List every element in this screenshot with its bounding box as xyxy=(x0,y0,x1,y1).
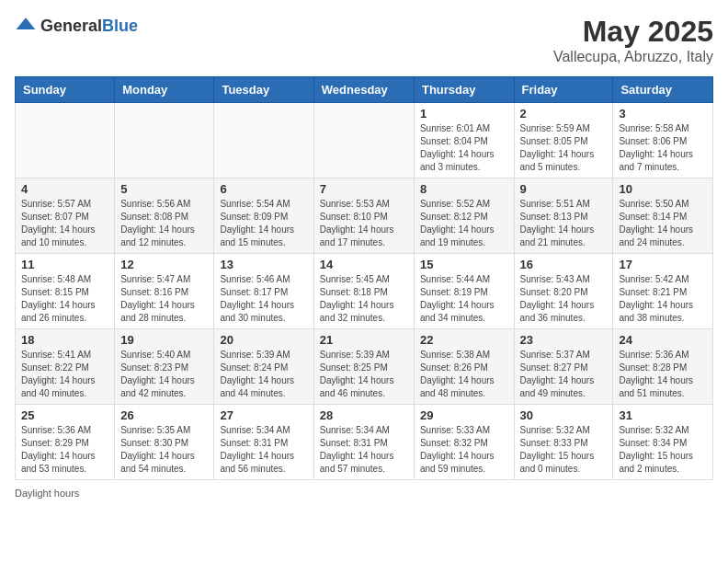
day-info: Sunrise: 5:34 AM Sunset: 8:31 PM Dayligh… xyxy=(220,424,307,476)
calendar-week-2: 4Sunrise: 5:57 AM Sunset: 8:07 PM Daylig… xyxy=(16,178,713,254)
day-number: 30 xyxy=(520,408,608,422)
logo-icon xyxy=(15,15,37,37)
day-info: Sunrise: 5:59 AM Sunset: 8:05 PM Dayligh… xyxy=(520,122,608,174)
day-number: 6 xyxy=(220,182,307,196)
title-area: May 2025 Vallecupa, Abruzzo, Italy xyxy=(553,15,713,65)
day-info: Sunrise: 5:53 AM Sunset: 8:10 PM Dayligh… xyxy=(320,198,408,249)
day-info: Sunrise: 5:50 AM Sunset: 8:14 PM Dayligh… xyxy=(619,198,707,249)
location-title: Vallecupa, Abruzzo, Italy xyxy=(553,49,713,65)
day-number: 9 xyxy=(520,182,608,196)
day-number: 28 xyxy=(320,408,408,422)
day-info: Sunrise: 5:39 AM Sunset: 8:25 PM Dayligh… xyxy=(320,349,408,400)
day-number: 22 xyxy=(420,333,508,347)
day-info: Sunrise: 5:41 AM Sunset: 8:22 PM Dayligh… xyxy=(21,349,108,400)
calendar-week-1: 1Sunrise: 6:01 AM Sunset: 8:04 PM Daylig… xyxy=(16,103,713,178)
day-info: Sunrise: 5:33 AM Sunset: 8:32 PM Dayligh… xyxy=(420,424,508,476)
month-title: May 2025 xyxy=(553,15,713,49)
day-number: 10 xyxy=(619,182,707,196)
calendar-cell: 7Sunrise: 5:53 AM Sunset: 8:10 PM Daylig… xyxy=(313,178,414,254)
footer-note: Daylight hours xyxy=(15,488,713,499)
logo-blue: Blue xyxy=(102,17,138,35)
calendar-cell: 23Sunrise: 5:37 AM Sunset: 8:27 PM Dayli… xyxy=(514,329,613,405)
calendar-week-3: 11Sunrise: 5:48 AM Sunset: 8:15 PM Dayli… xyxy=(16,254,713,329)
day-number: 2 xyxy=(520,107,608,121)
day-number: 31 xyxy=(619,408,707,422)
calendar-cell: 10Sunrise: 5:50 AM Sunset: 8:14 PM Dayli… xyxy=(613,178,713,254)
calendar-cell: 14Sunrise: 5:45 AM Sunset: 8:18 PM Dayli… xyxy=(313,254,414,329)
calendar-cell: 15Sunrise: 5:44 AM Sunset: 8:19 PM Dayli… xyxy=(414,254,514,329)
col-header-sunday: Sunday xyxy=(16,77,115,103)
day-number: 14 xyxy=(320,258,408,271)
day-number: 27 xyxy=(220,408,307,422)
header: GeneralBlue May 2025 Vallecupa, Abruzzo,… xyxy=(15,15,713,65)
day-number: 20 xyxy=(220,333,307,347)
calendar-cell: 28Sunrise: 5:34 AM Sunset: 8:31 PM Dayli… xyxy=(313,405,414,480)
day-number: 16 xyxy=(520,258,608,271)
logo-text: GeneralBlue xyxy=(40,17,138,36)
calendar-cell: 16Sunrise: 5:43 AM Sunset: 8:20 PM Dayli… xyxy=(514,254,613,329)
col-header-wednesday: Wednesday xyxy=(313,77,414,103)
calendar-cell: 3Sunrise: 5:58 AM Sunset: 8:06 PM Daylig… xyxy=(613,103,713,178)
day-number: 11 xyxy=(21,258,108,271)
logo: GeneralBlue xyxy=(15,15,138,37)
col-header-tuesday: Tuesday xyxy=(214,77,313,103)
day-number: 24 xyxy=(619,333,707,347)
day-info: Sunrise: 5:43 AM Sunset: 8:20 PM Dayligh… xyxy=(520,273,608,325)
day-info: Sunrise: 5:35 AM Sunset: 8:30 PM Dayligh… xyxy=(120,424,208,476)
day-number: 21 xyxy=(320,333,408,347)
day-number: 29 xyxy=(420,408,508,422)
svg-marker-0 xyxy=(17,17,36,29)
day-info: Sunrise: 5:46 AM Sunset: 8:17 PM Dayligh… xyxy=(220,273,307,325)
calendar-cell: 22Sunrise: 5:38 AM Sunset: 8:26 PM Dayli… xyxy=(414,329,514,405)
day-number: 23 xyxy=(520,333,608,347)
calendar-cell: 6Sunrise: 5:54 AM Sunset: 8:09 PM Daylig… xyxy=(214,178,313,254)
calendar-cell: 30Sunrise: 5:32 AM Sunset: 8:33 PM Dayli… xyxy=(514,405,613,480)
calendar-cell: 20Sunrise: 5:39 AM Sunset: 8:24 PM Dayli… xyxy=(214,329,313,405)
calendar-cell: 12Sunrise: 5:47 AM Sunset: 8:16 PM Dayli… xyxy=(115,254,214,329)
day-number: 12 xyxy=(120,258,208,271)
day-number: 19 xyxy=(120,333,208,347)
day-info: Sunrise: 6:01 AM Sunset: 8:04 PM Dayligh… xyxy=(420,122,508,174)
day-info: Sunrise: 5:47 AM Sunset: 8:16 PM Dayligh… xyxy=(120,273,208,325)
calendar-cell xyxy=(214,103,313,178)
day-number: 17 xyxy=(619,258,707,271)
day-info: Sunrise: 5:58 AM Sunset: 8:06 PM Dayligh… xyxy=(619,122,707,174)
day-info: Sunrise: 5:40 AM Sunset: 8:23 PM Dayligh… xyxy=(120,349,208,400)
logo-general: General xyxy=(40,17,102,35)
calendar-week-4: 18Sunrise: 5:41 AM Sunset: 8:22 PM Dayli… xyxy=(16,329,713,405)
day-number: 25 xyxy=(21,408,108,422)
day-info: Sunrise: 5:39 AM Sunset: 8:24 PM Dayligh… xyxy=(220,349,307,400)
calendar-header-row: SundayMondayTuesdayWednesdayThursdayFrid… xyxy=(16,77,713,103)
calendar-cell: 18Sunrise: 5:41 AM Sunset: 8:22 PM Dayli… xyxy=(16,329,115,405)
calendar-cell: 8Sunrise: 5:52 AM Sunset: 8:12 PM Daylig… xyxy=(414,178,514,254)
day-number: 26 xyxy=(120,408,208,422)
day-number: 4 xyxy=(21,182,108,196)
calendar-cell: 19Sunrise: 5:40 AM Sunset: 8:23 PM Dayli… xyxy=(115,329,214,405)
day-info: Sunrise: 5:54 AM Sunset: 8:09 PM Dayligh… xyxy=(220,198,307,249)
calendar-cell: 1Sunrise: 6:01 AM Sunset: 8:04 PM Daylig… xyxy=(414,103,514,178)
day-info: Sunrise: 5:32 AM Sunset: 8:34 PM Dayligh… xyxy=(619,424,707,476)
day-number: 13 xyxy=(220,258,307,271)
calendar: SundayMondayTuesdayWednesdayThursdayFrid… xyxy=(15,76,713,480)
col-header-friday: Friday xyxy=(514,77,613,103)
calendar-cell: 21Sunrise: 5:39 AM Sunset: 8:25 PM Dayli… xyxy=(313,329,414,405)
day-info: Sunrise: 5:36 AM Sunset: 8:28 PM Dayligh… xyxy=(619,349,707,400)
calendar-cell: 4Sunrise: 5:57 AM Sunset: 8:07 PM Daylig… xyxy=(16,178,115,254)
day-info: Sunrise: 5:44 AM Sunset: 8:19 PM Dayligh… xyxy=(420,273,508,325)
calendar-cell: 31Sunrise: 5:32 AM Sunset: 8:34 PM Dayli… xyxy=(613,405,713,480)
day-info: Sunrise: 5:32 AM Sunset: 8:33 PM Dayligh… xyxy=(520,424,608,476)
day-number: 8 xyxy=(420,182,508,196)
calendar-cell: 25Sunrise: 5:36 AM Sunset: 8:29 PM Dayli… xyxy=(16,405,115,480)
col-header-saturday: Saturday xyxy=(613,77,713,103)
day-info: Sunrise: 5:52 AM Sunset: 8:12 PM Dayligh… xyxy=(420,198,508,249)
day-info: Sunrise: 5:51 AM Sunset: 8:13 PM Dayligh… xyxy=(520,198,608,249)
calendar-cell: 26Sunrise: 5:35 AM Sunset: 8:30 PM Dayli… xyxy=(115,405,214,480)
calendar-week-5: 25Sunrise: 5:36 AM Sunset: 8:29 PM Dayli… xyxy=(16,405,713,480)
calendar-cell: 27Sunrise: 5:34 AM Sunset: 8:31 PM Dayli… xyxy=(214,405,313,480)
day-info: Sunrise: 5:42 AM Sunset: 8:21 PM Dayligh… xyxy=(619,273,707,325)
calendar-cell: 17Sunrise: 5:42 AM Sunset: 8:21 PM Dayli… xyxy=(613,254,713,329)
calendar-cell: 13Sunrise: 5:46 AM Sunset: 8:17 PM Dayli… xyxy=(214,254,313,329)
calendar-cell: 9Sunrise: 5:51 AM Sunset: 8:13 PM Daylig… xyxy=(514,178,613,254)
calendar-cell: 5Sunrise: 5:56 AM Sunset: 8:08 PM Daylig… xyxy=(115,178,214,254)
day-number: 15 xyxy=(420,258,508,271)
